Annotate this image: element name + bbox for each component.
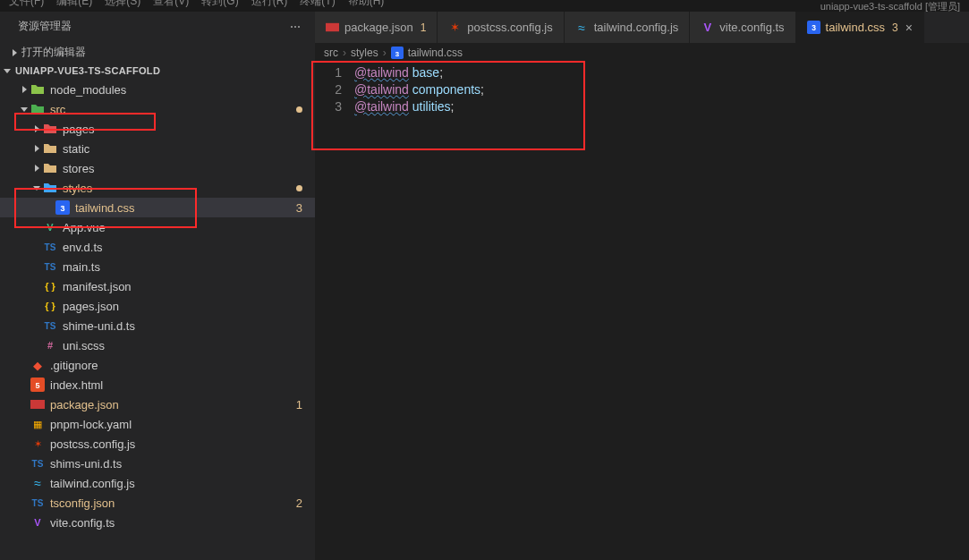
tree-label: env.d.ts bbox=[63, 241, 302, 254]
line-number: 3 bbox=[315, 98, 342, 115]
file-row[interactable]: ▦pnpm-lock.yaml bbox=[0, 414, 315, 434]
editor-area: uniapp-vue3-ts-scaffold [管理员] package.js… bbox=[315, 12, 969, 560]
file-row[interactable]: #uni.scss bbox=[0, 335, 315, 355]
close-icon[interactable]: × bbox=[905, 21, 913, 35]
tab-badge: 3 bbox=[892, 21, 898, 34]
file-row[interactable]: VApp.vue bbox=[0, 217, 315, 237]
modified-dot bbox=[296, 185, 302, 191]
tree-label: .gitignore bbox=[50, 359, 302, 372]
menu-item[interactable]: 转到(G) bbox=[201, 0, 238, 9]
tree-label: index.html bbox=[50, 378, 302, 392]
css-icon: 3 bbox=[391, 47, 404, 59]
postcss-icon: ✶ bbox=[448, 21, 462, 34]
file-row[interactable]: package.json1 bbox=[0, 395, 315, 414]
menu-item[interactable]: 文件(F) bbox=[9, 0, 44, 9]
chevron-right-icon bbox=[35, 125, 39, 132]
line-number: 1 bbox=[315, 64, 342, 81]
modified-dot bbox=[296, 106, 302, 113]
identifier: base bbox=[412, 65, 439, 80]
breadcrumbs[interactable]: src›styles›3tailwind.css bbox=[315, 43, 969, 63]
code-lines[interactable]: @tailwind base;@tailwind components;@tai… bbox=[354, 64, 969, 560]
folder-row[interactable]: node_modules bbox=[0, 80, 315, 99]
explorer-title: 资源管理器 bbox=[18, 19, 72, 34]
tailwind-icon: ≈ bbox=[30, 476, 45, 490]
tab-label: postcss.config.js bbox=[467, 21, 552, 34]
folder-row[interactable]: stores bbox=[0, 158, 315, 178]
file-row[interactable]: ✶postcss.config.js bbox=[0, 434, 315, 454]
json-icon: { } bbox=[43, 299, 57, 313]
postcss-icon: ✶ bbox=[30, 437, 45, 451]
css-icon: 3 bbox=[55, 200, 70, 215]
chevron-down-icon bbox=[4, 69, 11, 73]
ts-icon: TS bbox=[43, 240, 57, 254]
chevron-right-icon bbox=[35, 165, 39, 172]
open-editors-section[interactable]: 打开的编辑器 bbox=[0, 41, 315, 64]
tree-label: styles bbox=[63, 182, 293, 195]
project-header[interactable]: UNIAPP-VUE3-TS-SCAFFOLD bbox=[0, 64, 315, 80]
tree-label: postcss.config.js bbox=[50, 437, 302, 451]
breadcrumb-segment[interactable]: src bbox=[324, 47, 338, 59]
menu-item[interactable]: 编辑(E) bbox=[56, 0, 92, 9]
identifier: components bbox=[412, 82, 480, 97]
code-line[interactable]: @tailwind utilities; bbox=[354, 98, 969, 115]
tab-label: tailwind.css bbox=[826, 21, 885, 34]
folder-row[interactable]: styles bbox=[0, 178, 315, 198]
ts-icon: TS bbox=[43, 259, 57, 274]
file-row[interactable]: TSmain.ts bbox=[0, 257, 315, 276]
editor-tab[interactable]: ≈tailwind.config.js bbox=[565, 12, 691, 43]
file-row[interactable]: { }manifest.json bbox=[0, 276, 315, 296]
pnpm-icon: ▦ bbox=[30, 417, 45, 431]
styles-icon bbox=[43, 181, 57, 195]
editor-tab[interactable]: ✶postcss.config.js bbox=[438, 12, 564, 43]
file-row[interactable]: { }pages.json bbox=[0, 296, 315, 316]
editor-tab[interactable]: Vvite.config.ts bbox=[690, 12, 795, 43]
line-number: 2 bbox=[315, 81, 342, 98]
breadcrumb-sep: › bbox=[383, 47, 387, 59]
file-row[interactable]: TSenv.d.ts bbox=[0, 237, 315, 257]
menu-item[interactable]: 帮助(H) bbox=[348, 0, 385, 9]
explorer-more-icon[interactable]: ⋯ bbox=[290, 21, 302, 33]
folder-row[interactable]: src bbox=[0, 99, 315, 119]
open-editors-label: 打开的编辑器 bbox=[21, 45, 86, 60]
tailwind-icon: ≈ bbox=[575, 21, 589, 34]
chevron-right-icon bbox=[13, 49, 17, 56]
code-line[interactable]: @tailwind base; bbox=[354, 64, 969, 81]
menu-item[interactable]: 终端(T) bbox=[300, 0, 335, 9]
file-row[interactable]: TSshims-uni.d.ts bbox=[0, 454, 315, 473]
tree-label: node_modules bbox=[50, 83, 302, 97]
scss-icon: # bbox=[43, 338, 57, 352]
tree-label: main.ts bbox=[63, 260, 302, 274]
chevron-right-icon bbox=[35, 145, 39, 152]
at-rule: @tailwind bbox=[354, 99, 409, 114]
folder-row[interactable]: static bbox=[0, 139, 315, 158]
npm-file-icon bbox=[326, 21, 339, 34]
json-icon: { } bbox=[43, 279, 57, 293]
folder-red-icon bbox=[43, 122, 57, 136]
editor-tab[interactable]: 3tailwind.css3× bbox=[796, 12, 924, 43]
tree-label: pages bbox=[63, 123, 302, 136]
npm-file-icon bbox=[30, 397, 45, 412]
menu-item[interactable]: 运行(R) bbox=[251, 0, 288, 9]
file-row[interactable]: 3tailwind.css3 bbox=[0, 198, 315, 217]
svg-rect-5 bbox=[326, 23, 339, 31]
file-row[interactable]: ≈tailwind.config.js bbox=[0, 473, 315, 493]
editor-tabs: package.json1✶postcss.config.js≈tailwind… bbox=[315, 12, 969, 43]
breadcrumb-segment[interactable]: styles bbox=[351, 47, 378, 59]
menu-item[interactable]: 查看(V) bbox=[153, 0, 189, 9]
code-line[interactable]: @tailwind components; bbox=[354, 81, 969, 98]
tab-label: package.json bbox=[344, 21, 413, 34]
file-row[interactable]: ◆.gitignore bbox=[0, 355, 315, 375]
menu-item[interactable]: 选择(S) bbox=[105, 0, 140, 9]
folder-row[interactable]: pages bbox=[0, 119, 315, 139]
file-row[interactable]: TSshime-uni.d.ts bbox=[0, 316, 315, 335]
file-row[interactable]: Vvite.config.ts bbox=[0, 513, 315, 532]
code-editor[interactable]: 123 @tailwind base;@tailwind components;… bbox=[315, 63, 969, 560]
tree-label: stores bbox=[63, 162, 302, 175]
folder-y-icon bbox=[43, 161, 57, 175]
tsconfig-icon: TS bbox=[30, 496, 45, 510]
breadcrumb-segment[interactable]: tailwind.css bbox=[408, 47, 463, 59]
project-name: UNIAPP-VUE3-TS-SCAFFOLD bbox=[15, 65, 160, 76]
editor-tab[interactable]: package.json1 bbox=[315, 12, 438, 43]
file-row[interactable]: 5index.html bbox=[0, 375, 315, 395]
file-row[interactable]: TStsconfig.json2 bbox=[0, 493, 315, 513]
